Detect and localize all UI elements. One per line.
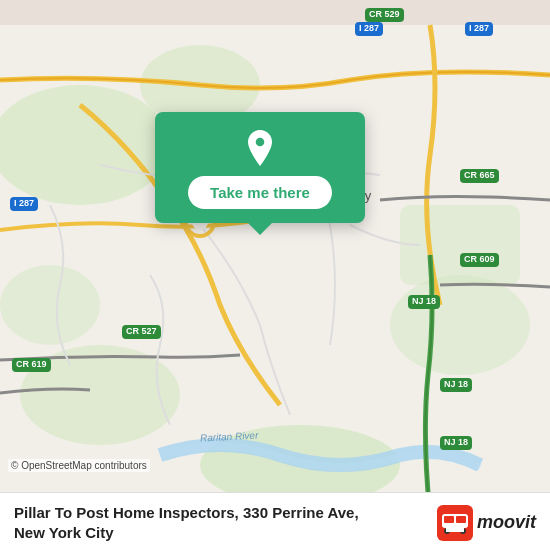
popup-card: Take me there	[155, 112, 365, 223]
moovit-text-label: moovit	[477, 512, 536, 533]
location-pin-icon	[242, 130, 278, 166]
location-address: Pillar To Post Home Inspectors, 330 Perr…	[14, 504, 359, 521]
location-name: Pillar To Post Home Inspectors, 330 Perr…	[14, 503, 437, 542]
road-badge-cr529: CR 529	[365, 8, 404, 22]
bottom-bar-text: Pillar To Post Home Inspectors, 330 Perr…	[14, 503, 437, 542]
road-badge-nj18-3: NJ 18	[440, 436, 472, 450]
moovit-logo: moovit	[437, 505, 536, 541]
map-container: ataway I 287 I 287 CR 529 I 287 I 26 CR …	[0, 0, 550, 550]
road-badge-nj18-1: NJ 18	[408, 295, 440, 309]
svg-point-7	[0, 265, 100, 345]
road-badge-cr609: CR 609	[460, 253, 499, 267]
take-me-there-button[interactable]: Take me there	[188, 176, 332, 209]
svg-rect-18	[446, 528, 464, 532]
moovit-bus-icon	[437, 505, 473, 541]
location-city: New York City	[14, 524, 113, 541]
copyright-text: © OpenStreetMap contributors	[8, 459, 150, 472]
svg-point-11	[256, 138, 265, 147]
svg-rect-14	[444, 516, 454, 523]
svg-rect-15	[456, 516, 466, 523]
road-badge-i287-1: I 287	[355, 22, 383, 36]
bottom-bar: Pillar To Post Home Inspectors, 330 Perr…	[0, 492, 550, 550]
road-badge-cr527: CR 527	[122, 325, 161, 339]
road-badge-i287-left: I 287	[10, 197, 38, 211]
road-badge-i287-2: I 287	[465, 22, 493, 36]
svg-point-4	[390, 275, 530, 375]
road-badge-cr665: CR 665	[460, 169, 499, 183]
road-badge-cr619: CR 619	[12, 358, 51, 372]
road-badge-nj18-2: NJ 18	[440, 378, 472, 392]
